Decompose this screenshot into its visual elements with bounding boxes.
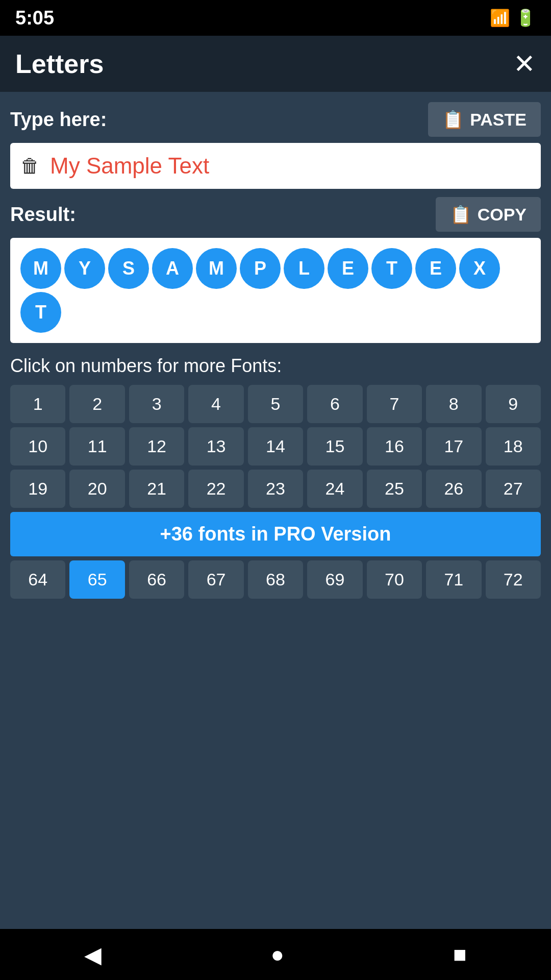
letter-circle: T xyxy=(371,248,412,289)
font-button-65[interactable]: 65 xyxy=(69,560,124,599)
font-button-68[interactable]: 68 xyxy=(248,560,303,599)
font-button-22[interactable]: 22 xyxy=(188,470,243,508)
font-button-10[interactable]: 10 xyxy=(10,427,65,465)
copy-button[interactable]: 📋 COPY xyxy=(436,197,541,232)
font-instruction: Click on numbers for more Fonts: xyxy=(10,355,541,377)
result-row: Result: 📋 COPY xyxy=(10,197,541,232)
letter-circle: T xyxy=(20,292,61,333)
font-grid-row2: 101112131415161718 xyxy=(10,427,541,465)
font-button-14[interactable]: 14 xyxy=(248,427,303,465)
font-button-7[interactable]: 7 xyxy=(367,385,422,423)
font-button-1[interactable]: 1 xyxy=(10,385,65,423)
clipboard-icon: 📋 xyxy=(442,109,464,130)
letter-circle: L xyxy=(284,248,324,289)
type-here-label: Type here: xyxy=(10,109,107,131)
font-grid-row3: 192021222324252627 xyxy=(10,470,541,508)
letter-circle: E xyxy=(415,248,456,289)
font-button-25[interactable]: 25 xyxy=(367,470,422,508)
letter-circle: M xyxy=(20,248,61,289)
font-button-64[interactable]: 64 xyxy=(10,560,65,599)
back-button[interactable]: ◀ xyxy=(84,942,102,968)
trash-icon[interactable]: 🗑 xyxy=(20,155,40,177)
font-grid-row4: 646566676869707172 xyxy=(10,560,541,599)
font-button-71[interactable]: 71 xyxy=(426,560,481,599)
font-button-12[interactable]: 12 xyxy=(129,427,184,465)
letter-circle: P xyxy=(240,248,281,289)
close-button[interactable]: ✕ xyxy=(513,48,536,79)
battery-icon: 🔋 xyxy=(515,8,536,28)
font-button-4[interactable]: 4 xyxy=(188,385,243,423)
status-icons: 📶 🔋 xyxy=(490,8,536,28)
font-button-26[interactable]: 26 xyxy=(426,470,481,508)
home-button[interactable]: ● xyxy=(270,942,284,967)
signal-icon: 📶 xyxy=(490,8,510,28)
status-time: 5:05 xyxy=(15,7,54,29)
letter-circle: S xyxy=(108,248,149,289)
font-button-20[interactable]: 20 xyxy=(69,470,124,508)
font-button-19[interactable]: 19 xyxy=(10,470,65,508)
result-label: Result: xyxy=(10,204,76,226)
font-button-27[interactable]: 27 xyxy=(486,470,541,508)
bottom-nav: ◀ ● ■ xyxy=(0,929,551,980)
type-here-row: Type here: 📋 PASTE xyxy=(10,102,541,137)
font-button-6[interactable]: 6 xyxy=(307,385,362,423)
font-button-18[interactable]: 18 xyxy=(486,427,541,465)
letter-circle: M xyxy=(196,248,237,289)
font-button-66[interactable]: 66 xyxy=(129,560,184,599)
app-header: Letters ✕ xyxy=(0,36,551,92)
font-button-8[interactable]: 8 xyxy=(426,385,481,423)
copy-label: COPY xyxy=(478,205,527,225)
copy-icon: 📋 xyxy=(450,204,471,225)
letter-circle: X xyxy=(459,248,500,289)
font-button-23[interactable]: 23 xyxy=(248,470,303,508)
font-button-13[interactable]: 13 xyxy=(188,427,243,465)
font-button-2[interactable]: 2 xyxy=(69,385,124,423)
font-button-24[interactable]: 24 xyxy=(307,470,362,508)
font-button-16[interactable]: 16 xyxy=(367,427,422,465)
letter-circle: E xyxy=(328,248,368,289)
main-content: Type here: 📋 PASTE 🗑 Result: 📋 COPY MYSA… xyxy=(0,92,551,929)
letter-circle: Y xyxy=(64,248,105,289)
status-bar: 5:05 📶 🔋 xyxy=(0,0,551,36)
font-button-21[interactable]: 21 xyxy=(129,470,184,508)
font-button-17[interactable]: 17 xyxy=(426,427,481,465)
font-grid-row1: 123456789 xyxy=(10,385,541,423)
text-input[interactable] xyxy=(50,153,531,179)
font-button-3[interactable]: 3 xyxy=(129,385,184,423)
font-button-67[interactable]: 67 xyxy=(188,560,243,599)
pro-banner[interactable]: +36 fonts in PRO Version xyxy=(10,512,541,556)
font-button-5[interactable]: 5 xyxy=(248,385,303,423)
input-container: 🗑 xyxy=(10,143,541,189)
paste-button[interactable]: 📋 PASTE xyxy=(428,102,541,137)
font-button-9[interactable]: 9 xyxy=(486,385,541,423)
font-button-70[interactable]: 70 xyxy=(367,560,422,599)
result-container: MYSAMPLETEXT xyxy=(10,238,541,343)
letter-circle: A xyxy=(152,248,193,289)
font-button-15[interactable]: 15 xyxy=(307,427,362,465)
font-button-72[interactable]: 72 xyxy=(486,560,541,599)
font-button-69[interactable]: 69 xyxy=(307,560,362,599)
page-title: Letters xyxy=(15,48,104,79)
font-button-11[interactable]: 11 xyxy=(69,427,124,465)
paste-label: PASTE xyxy=(470,110,527,130)
recents-button[interactable]: ■ xyxy=(453,942,467,967)
